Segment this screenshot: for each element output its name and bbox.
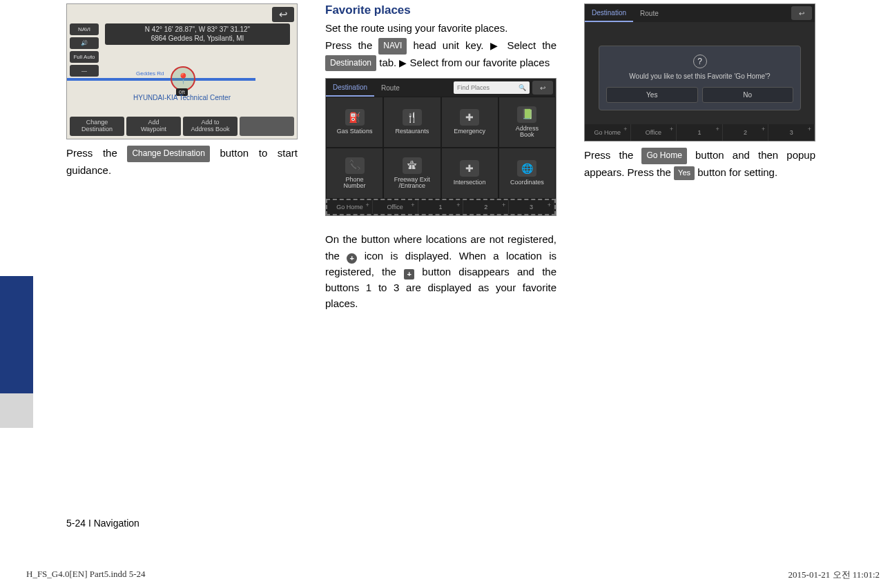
dest-cell: 🌐Coordinates — [498, 148, 556, 199]
t: Press the — [325, 39, 378, 51]
map-coords: N 42° 16' 28.87", W 83° 37' 31.12" — [108, 26, 287, 35]
t: Select the — [501, 39, 556, 51]
fav-2: 2 — [723, 124, 769, 141]
dest-cell: 🍴Restaurants — [383, 97, 440, 148]
page: ↩ NAVI 🔊 Full Auto — N 42° 16' 28.87", W… — [33, 0, 881, 588]
column-3: Destination Route ↩ ? Would you like to … — [584, 3, 815, 312]
print-meta-left: H_FS_G4.0[EN] Part5.indd 5-24 — [26, 569, 146, 581]
dialog-buttons: Yes No — [606, 87, 793, 103]
section-tab-gray — [0, 393, 33, 428]
map-address-bar: N 42° 16' 28.87", W 83° 37' 31.12" 6864 … — [105, 23, 290, 45]
search-input: Find Places🔍 — [454, 81, 530, 94]
route-line — [67, 78, 255, 81]
tab-route: Route — [633, 4, 666, 22]
t: Intersection — [454, 179, 486, 186]
column-1: ↩ NAVI 🔊 Full Auto — N 42° 16' 28.87", W… — [66, 3, 298, 312]
back-icon: ↩ — [272, 7, 294, 22]
col2-p2: Press the NAVI head unit key. ▶ Select t… — [325, 37, 556, 71]
dest-cell: 🛣Freeway Exit /Entrance — [383, 148, 440, 199]
plus-square-icon: + — [404, 269, 414, 280]
arrow-icon: ▶ — [399, 57, 407, 68]
tab-destination: Destination — [326, 79, 374, 97]
search-placeholder: Find Places — [457, 84, 490, 91]
phone-icon: 📞 — [345, 157, 365, 174]
restaurant-icon: 🍴 — [403, 109, 422, 126]
yes-button: Yes — [606, 87, 698, 103]
back-icon: ↩ — [532, 81, 553, 95]
t: Emergency — [454, 128, 485, 135]
freeway-icon: 🛣 — [403, 157, 422, 174]
t: Press the — [584, 149, 641, 161]
t: Gas Stations — [337, 128, 373, 135]
question-icon: ? — [693, 55, 707, 68]
t: head unit key. — [407, 39, 490, 51]
fav-3: 3 — [768, 124, 815, 141]
fav-office: Office — [631, 124, 677, 141]
road-label: Geddes Rd — [136, 70, 164, 77]
t: Freeway Exit /Entrance — [394, 177, 430, 190]
section-tab-blue — [0, 276, 33, 393]
destination-inline-button: Destination — [325, 55, 376, 72]
minus-icon: — — [70, 65, 99, 77]
search-icon: 🔍 — [519, 84, 526, 91]
add-waypoint-button: Add Waypoint — [126, 117, 181, 136]
add-addressbook-button: Add to Address Book — [183, 117, 238, 136]
dialog-message: Would you like to set this Favorite 'Go … — [606, 72, 793, 80]
addressbook-icon: 📗 — [517, 106, 536, 123]
fav-2: 2 — [463, 200, 509, 214]
fav-office: Office — [373, 200, 418, 214]
t: Restaurants — [396, 128, 429, 135]
columns: ↩ NAVI 🔊 Full Auto — N 42° 16' 28.87", W… — [33, 0, 881, 312]
favorites-row: Go Home Office 1 2 3 — [585, 124, 815, 141]
map-pin-icon: 📍 — [171, 66, 195, 91]
t: Address Book — [516, 126, 539, 139]
col2-p3: On the button where locations are not re… — [325, 231, 556, 311]
change-destination-inline-button: Change Destination — [127, 146, 209, 162]
tab-destination: Destination — [585, 4, 633, 22]
navi-inline-button: NAVI — [378, 38, 407, 55]
emergency-icon: ✚ — [460, 109, 479, 126]
fav-1: 1 — [677, 124, 723, 141]
change-destination-button: Change Destination — [70, 117, 124, 136]
back-icon: ↩ — [791, 6, 812, 20]
fav-gohome: Go Home — [327, 200, 373, 214]
dest-cell: ✚Intersection — [441, 148, 498, 199]
dest-cell: ⛽Gas Stations — [326, 97, 383, 148]
column-2: Favorite places Set the route using your… — [325, 3, 556, 312]
col3-p1: Press the Go Home button and then popup … — [584, 147, 815, 180]
t: Press the — [66, 147, 127, 159]
dest-cell: 📞Phone Number — [326, 148, 383, 199]
coordinates-icon: 🌐 — [517, 160, 536, 177]
dest-grid: ⛽Gas Stations 🍴Restaurants ✚Emergency 📗A… — [326, 97, 556, 199]
fav-3: 3 — [509, 200, 554, 214]
tab-route: Route — [374, 79, 407, 97]
favorites-row: Go Home Office 1 2 3 — [326, 199, 556, 215]
map-address: 6864 Geddes Rd, Ypsilanti, MI — [108, 35, 287, 43]
intersection-icon: ✚ — [460, 160, 479, 177]
fullauto-chip: Full Auto — [70, 51, 99, 63]
col2-p1: Set the route using your favorite places… — [325, 20, 556, 36]
t: Coordinates — [510, 179, 544, 186]
screenshot-popup: Destination Route ↩ ? Would you like to … — [584, 3, 815, 141]
gas-icon: ⛽ — [345, 109, 365, 126]
t: button for setting. — [695, 166, 777, 178]
no-button: No — [702, 87, 794, 103]
dest-tab-bar: Destination Route Find Places🔍 ↩ — [326, 79, 556, 97]
dest-tab-bar: Destination Route ↩ — [585, 4, 815, 22]
map-center-label: HYUNDAI-KIA Technical Center — [67, 94, 297, 101]
gohome-inline-button: Go Home — [641, 148, 686, 164]
blank-button — [240, 117, 294, 136]
print-meta-right: 2015-01-21 오전 11:01:2 — [788, 569, 880, 581]
fav-gohome: Go Home — [585, 124, 631, 141]
plus-circle-icon: + — [347, 253, 357, 264]
arrow-icon: ▶ — [490, 40, 501, 51]
confirm-dialog: ? Would you like to set this Favorite 'G… — [599, 46, 801, 110]
navi-chip: NAVI — [70, 23, 99, 35]
page-footer: 5-24 I Navigation — [66, 518, 139, 529]
print-meta: H_FS_G4.0[EN] Part5.indd 5-24 2015-01-21… — [26, 569, 881, 581]
t: Select from our favorite places — [407, 57, 550, 68]
speaker-icon: 🔊 — [70, 37, 99, 49]
screenshot-map: ↩ NAVI 🔊 Full Auto — N 42° 16' 28.87", W… — [66, 3, 298, 139]
t: Phone Number — [344, 177, 366, 190]
fav-1: 1 — [418, 200, 464, 214]
